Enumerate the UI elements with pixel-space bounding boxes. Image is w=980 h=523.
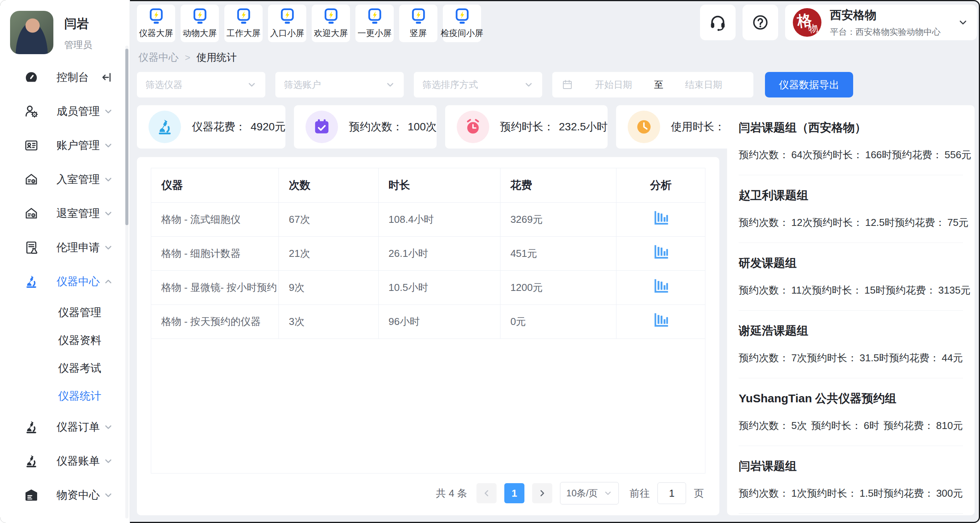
sidebar-subitem-instrument-manage[interactable]: 仪器管理 [0,299,130,326]
sidebar-subitem-instrument-exam[interactable]: 仪器考试 [0,354,130,382]
group-hours-label: 预约时长： [807,487,857,500]
group-title: YuShangTian 公共仪器预约组 [739,391,963,407]
sidebar-subitem-instrument-stats[interactable]: 仪器统计 [0,382,130,410]
sidebar-subitem-instrument-docs[interactable]: 仪器资料 [0,326,130,354]
stat-label: 仪器花费： [192,120,246,134]
help-button[interactable] [743,5,778,40]
warehouse-icon [24,488,39,502]
cell-count: 21次 [278,236,378,270]
stat-card-booking-hours: 预约时长： 232.5小时 [445,105,608,149]
analysis-button[interactable] [652,210,669,227]
prev-page-button[interactable] [476,483,497,503]
tab-animal-screen[interactable]: 动物大屏 [181,5,219,42]
cell-duration: 26.1小时 [378,236,500,270]
usage-table-card: 仪器 次数 时长 花费 分析 格物 - 流式细胞仪 67 [137,157,719,515]
chevron-down-icon [103,456,113,466]
cell-instrument: 格物 - 按天预约的仪器 [151,304,278,338]
org-selector[interactable]: 格 物 西安格物 平台：西安格物实验动物中心 [785,5,977,40]
group-stat-item: 闫岩课题组（西安格物） 预约次数：64次 预约时长：166时 预约花费：556元 [739,108,963,175]
tab-work-screen[interactable]: 工作大屏 [224,5,263,42]
analysis-button[interactable] [652,278,669,295]
tab-label: 动物大屏 [183,27,217,39]
filter-sort-select[interactable]: 筛选排序方式 [414,72,542,97]
group-title: 赵卫利课题组 [739,188,963,203]
group-hours-label: 预约时长： [813,148,863,162]
top-actions: 格 物 西安格物 平台：西安格物实验动物中心 [700,5,977,40]
next-page-button[interactable] [532,483,552,503]
id-card-icon [24,138,39,153]
stat-label: 使用时长： [671,120,725,134]
tab-label: 欢迎大屏 [314,27,348,39]
date-end-input[interactable]: 结束日期 [663,79,744,91]
sidebar-item-room-exit[interactable]: 退室管理 [0,197,130,231]
sidebar-item-console[interactable]: 控制台 [0,60,130,94]
analysis-button[interactable] [652,244,669,261]
chevron-down-icon [603,489,613,498]
date-start-input[interactable]: 开始日期 [573,79,654,91]
microscope-icon [24,274,39,289]
support-button[interactable] [700,5,736,40]
sidebar-item-label: 成员管理 [56,104,103,119]
chevron-down-icon [103,490,113,500]
chevron-down-icon [103,106,113,116]
tab-vertical-screen[interactable]: 竖屏 [399,5,437,42]
tab-label: 竖屏 [410,27,427,39]
export-data-button[interactable]: 仪器数据导出 [765,72,853,97]
group-hours-value: 6时 [864,419,879,432]
chevron-down-icon [958,17,968,28]
sidebar-item-supplies-center[interactable]: 物资中心 [0,478,130,512]
group-stat-item: 赵卫利课题组 预约次数：12次 预约时长：12.5时 预约花费：75元 [739,175,963,243]
sidebar-item-room-entry[interactable]: 入室管理 [0,162,130,197]
sidebar-item-label: 退室管理 [56,206,103,221]
cell-duration: 10.5小时 [378,270,500,304]
sidebar-item-instrument-orders[interactable]: 仪器订单 [0,410,130,444]
page-number-current[interactable]: 1 [504,483,524,503]
tab-label: 工作大屏 [227,27,261,39]
sidebar-item-accounts[interactable]: 账户管理 [0,128,130,162]
tab-quarantine-screen[interactable]: 检疫间小屏 [443,5,481,42]
breadcrumb-parent[interactable]: 仪器中心 [138,51,179,64]
sidebar-item-instrument-center[interactable]: 仪器中心 [0,265,130,299]
filter-instrument-select[interactable]: 筛选仪器 [137,72,265,97]
collapse-sidebar-icon[interactable] [100,71,113,84]
filter-account-select[interactable]: 筛选账户 [275,72,404,97]
chevron-up-icon [103,277,113,287]
analysis-button[interactable] [652,312,669,329]
tab-entrance-screen[interactable]: 入口小屏 [268,5,306,42]
cell-instrument: 格物 - 细胞计数器 [151,236,278,270]
tab-label: 检疫间小屏 [441,27,483,39]
chevron-down-icon [103,243,113,253]
help-icon [751,14,769,31]
tab-welcome-screen[interactable]: 欢迎大屏 [312,5,350,42]
filter-bar: 筛选仪器 筛选账户 筛选排序方式 开始日期 至 结束日期 仪器数据导出 [130,64,980,97]
goto-page-input[interactable] [657,482,686,504]
chevron-right-icon [537,488,547,498]
microscope-icon [156,118,174,136]
microscope-icon [24,420,39,434]
sidebar-item-instrument-bills[interactable]: 仪器账单 [0,444,130,478]
tab-instrument-screen[interactable]: 仪器大屏 [137,5,175,42]
monitor-icon [322,8,340,26]
group-hours-value: 31.5时 [859,351,889,365]
usage-table: 仪器 次数 时长 花费 分析 格物 - 流式细胞仪 67 [151,168,705,473]
sidebar-item-label: 账户管理 [56,138,103,153]
sidebar-menu: 控制台 成员管理 账户管理 入室管理 退室管理 [0,60,130,512]
chevron-down-icon [524,80,534,90]
tab-label: 仪器大屏 [139,27,173,39]
topbar: 仪器大屏 动物大屏 工作大屏 入口小屏 欢迎大屏 [130,0,980,42]
avatar [10,11,53,54]
sidebar-item-members[interactable]: 成员管理 [0,94,130,128]
date-range-picker[interactable]: 开始日期 至 结束日期 [552,72,753,97]
chevron-down-icon [247,80,257,90]
stat-icon-wrap [628,111,660,143]
sidebar-item-ethics[interactable]: 伦理申请 [0,231,130,265]
cell-duration: 96小时 [378,304,500,338]
sidebar-scrollbar-thumb[interactable] [125,49,128,225]
bar-chart-icon [652,210,669,227]
monitor-icon [191,8,209,26]
tab-yigeng-screen[interactable]: 一更小屏 [355,5,394,42]
calendar-check-icon [313,118,331,136]
page-size-select[interactable]: 10条/页 [560,482,619,504]
table-row: 格物 - 按天预约的仪器 3次 96小时 0元 [151,304,705,338]
group-hours-label: 预约时长： [807,351,857,365]
